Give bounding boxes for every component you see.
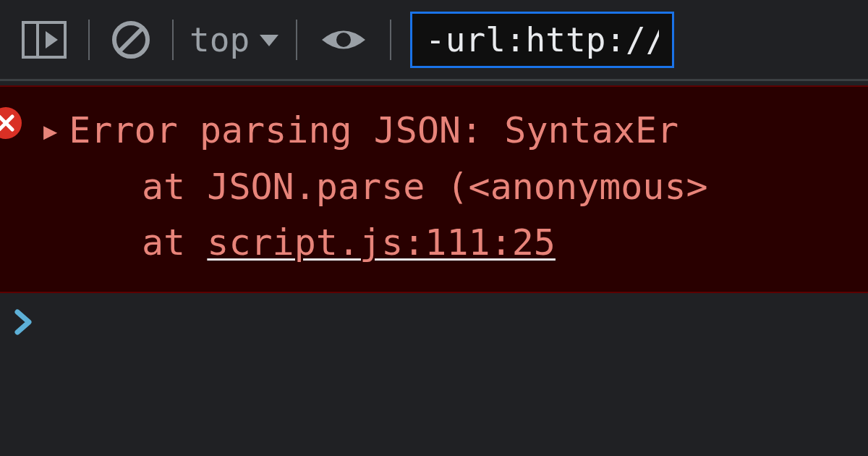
error-icon bbox=[0, 107, 22, 139]
chevron-down-icon bbox=[258, 32, 280, 48]
eye-icon bbox=[319, 24, 368, 56]
console-error-row[interactable]: ▶ Error parsing JSON: SyntaxEr at JSON.p… bbox=[0, 85, 868, 293]
error-message-text: Error parsing JSON: SyntaxEr bbox=[69, 103, 678, 159]
toolbar-divider bbox=[88, 20, 90, 60]
toggle-sidebar-button[interactable] bbox=[9, 15, 80, 64]
error-stack-line: at script.js:111:25 bbox=[43, 215, 868, 271]
error-stack-line: at JSON.parse (<anonymous> bbox=[43, 159, 868, 216]
svg-line-4 bbox=[119, 28, 142, 51]
context-selector[interactable]: top bbox=[182, 14, 287, 65]
expand-arrow-icon[interactable]: ▶ bbox=[43, 117, 57, 145]
panel-toggle-icon bbox=[22, 21, 67, 59]
toolbar-divider bbox=[172, 20, 174, 60]
filter-input[interactable] bbox=[410, 12, 674, 68]
stack-at-text: at bbox=[142, 221, 207, 263]
svg-point-6 bbox=[336, 33, 351, 47]
svg-marker-2 bbox=[46, 31, 58, 48]
clear-console-button[interactable] bbox=[98, 14, 163, 65]
script-source-link[interactable]: script.js:111:25 bbox=[207, 221, 556, 263]
toolbar-divider bbox=[296, 20, 297, 60]
console-toolbar: top bbox=[0, 0, 868, 81]
live-expression-button[interactable] bbox=[306, 18, 381, 62]
error-content: ▶ Error parsing JSON: SyntaxEr at JSON.p… bbox=[22, 103, 868, 271]
console-prompt-row[interactable] bbox=[0, 293, 868, 351]
clear-icon bbox=[111, 20, 150, 59]
context-label: top bbox=[190, 20, 250, 59]
toolbar-divider bbox=[390, 20, 391, 60]
prompt-chevron-icon bbox=[13, 308, 35, 337]
svg-marker-5 bbox=[260, 35, 278, 46]
svg-rect-0 bbox=[23, 22, 65, 57]
error-message-line: ▶ Error parsing JSON: SyntaxEr bbox=[43, 103, 868, 159]
close-x-icon bbox=[0, 114, 15, 132]
